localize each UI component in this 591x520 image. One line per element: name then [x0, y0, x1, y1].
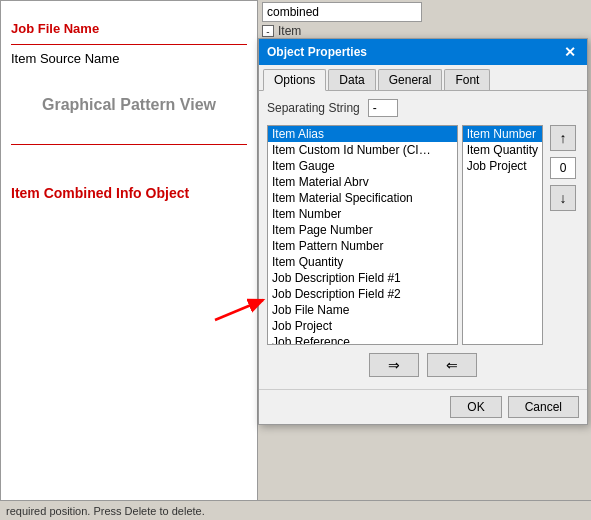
transfer-left-button[interactable]: ⇐: [427, 353, 477, 377]
list-item[interactable]: Item Quantity: [463, 142, 542, 158]
list-item[interactable]: Item Alias: [268, 126, 457, 142]
combined-input[interactable]: [262, 2, 422, 22]
order-controls: ↑ ↓: [547, 125, 579, 211]
list-item[interactable]: Item Material Abrv: [268, 174, 457, 190]
selected-fields-list[interactable]: Item Number Item Quantity Job Project: [462, 125, 543, 345]
transfer-buttons-row: ⇒ ⇐: [267, 353, 579, 377]
cancel-button[interactable]: Cancel: [508, 396, 579, 418]
transfer-right-button[interactable]: ⇒: [369, 353, 419, 377]
list-item[interactable]: Job Description Field #1: [268, 270, 457, 286]
sep-string-row: Separating String: [267, 99, 579, 117]
dialog-body: Separating String Item Alias Item Custom…: [259, 91, 587, 385]
list-item[interactable]: Job Project: [268, 318, 457, 334]
ok-button[interactable]: OK: [450, 396, 501, 418]
list-item[interactable]: Job File Name: [268, 302, 457, 318]
item-checkbox[interactable]: -: [262, 25, 274, 37]
list-item[interactable]: Job Description Field #2: [268, 286, 457, 302]
sep-string-input[interactable]: [368, 99, 398, 117]
dialog-title: Object Properties: [267, 45, 367, 59]
object-properties-dialog: Object Properties ✕ Options Data General…: [258, 38, 588, 425]
dialog-footer: OK Cancel: [259, 389, 587, 424]
divider-1: [11, 44, 247, 45]
list-item[interactable]: Item Custom Id Number (CI…: [268, 142, 457, 158]
tab-data[interactable]: Data: [328, 69, 375, 90]
item-label: Item: [278, 24, 301, 38]
status-text: required position. Press Delete to delet…: [6, 505, 205, 517]
item-row: - Item: [262, 24, 426, 38]
job-file-name-label: Job File Name: [11, 21, 247, 36]
combined-info-label: Item Combined Info Object: [11, 185, 247, 201]
dialog-titlebar: Object Properties ✕: [259, 39, 587, 65]
list-item[interactable]: Job Project: [463, 158, 542, 174]
available-fields-list[interactable]: Item Alias Item Custom Id Number (CI… It…: [267, 125, 458, 345]
dialog-tabs: Options Data General Font: [259, 65, 587, 91]
graphical-pattern-label: Graphical Pattern View: [11, 96, 247, 114]
item-source-name-label: Item Source Name: [11, 51, 247, 66]
dialog-close-button[interactable]: ✕: [561, 43, 579, 61]
list-item[interactable]: Item Number: [463, 126, 542, 142]
position-input[interactable]: [550, 157, 576, 179]
tab-font[interactable]: Font: [444, 69, 490, 90]
list-item[interactable]: Item Number: [268, 206, 457, 222]
list-item[interactable]: Item Quantity: [268, 254, 457, 270]
divider-2: [11, 144, 247, 145]
list-item[interactable]: Item Pattern Number: [268, 238, 457, 254]
design-panel: Job File Name Item Source Name Graphical…: [0, 0, 258, 520]
move-up-button[interactable]: ↑: [550, 125, 576, 151]
tab-options[interactable]: Options: [263, 69, 326, 91]
top-bar: - Item: [258, 0, 591, 40]
list-item[interactable]: Item Material Specification: [268, 190, 457, 206]
sep-string-label: Separating String: [267, 101, 360, 115]
status-bar: required position. Press Delete to delet…: [0, 500, 591, 520]
list-item[interactable]: Item Page Number: [268, 222, 457, 238]
move-down-button[interactable]: ↓: [550, 185, 576, 211]
tab-general[interactable]: General: [378, 69, 443, 90]
list-item[interactable]: Item Gauge: [268, 158, 457, 174]
list-item[interactable]: Job Reference: [268, 334, 457, 345]
